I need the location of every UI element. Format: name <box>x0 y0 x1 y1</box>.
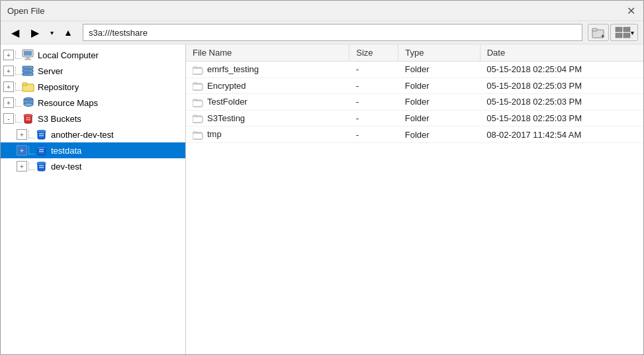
svg-rect-25 <box>26 119 30 121</box>
file-size-cell: - <box>349 127 398 143</box>
bucket-another-dev-test-icon <box>35 128 48 140</box>
svg-rect-46 <box>193 101 203 107</box>
view-toggle-button[interactable]: ▾ <box>610 24 638 41</box>
column-header-type[interactable]: Type <box>398 44 480 62</box>
file-type-cell: Folder <box>398 110 480 127</box>
folder-icon <box>193 130 203 140</box>
svg-rect-18 <box>23 83 27 85</box>
expander-local-computer[interactable]: + <box>3 50 14 60</box>
file-date-cell: 05-15-2018 02:25:03 PM <box>480 110 643 127</box>
sidebar-label-local-computer: Local Computer <box>38 50 99 60</box>
sidebar-item-repository[interactable]: + Repository <box>1 79 185 95</box>
repository-icon <box>22 81 35 93</box>
table-row[interactable]: tmp-Folder08-02-2017 11:42:54 AM <box>186 127 643 143</box>
table-row[interactable]: S3Testing-Folder05-15-2018 02:25:03 PM <box>186 110 643 127</box>
table-row[interactable]: Encrypted-Folder05-15-2018 02:25:03 PM <box>186 77 643 94</box>
svg-rect-23 <box>24 115 32 117</box>
expander-server[interactable]: + <box>3 66 14 76</box>
svg-rect-6 <box>623 33 630 38</box>
file-size-cell: - <box>349 110 398 127</box>
file-name-cell: emrfs_testing <box>186 62 349 78</box>
table-row[interactable]: TestFolder-Folder05-15-2018 02:25:03 PM <box>186 94 643 111</box>
computer-icon <box>22 49 35 61</box>
svg-rect-31 <box>37 146 46 148</box>
expander-repository[interactable]: + <box>3 81 14 92</box>
file-type-cell: Folder <box>398 77 480 94</box>
open-file-window: Open File ✕ ◀ ▶ ▾ ▲ s3a:///testshare + <box>0 0 644 355</box>
sidebar-label-server: Server <box>38 66 63 76</box>
svg-rect-37 <box>39 167 44 168</box>
view-dropdown-arrow: ▾ <box>631 29 634 36</box>
forward-button[interactable]: ▶ <box>26 24 44 41</box>
svg-rect-4 <box>623 27 630 32</box>
file-name-cell: tmp <box>186 127 349 143</box>
close-button[interactable]: ✕ <box>625 5 637 17</box>
up-button[interactable]: ▲ <box>59 24 77 41</box>
file-name: tmp <box>207 129 222 139</box>
svg-rect-49 <box>193 117 203 123</box>
svg-rect-27 <box>37 130 46 132</box>
file-name-cell: S3Testing <box>186 110 349 127</box>
title-bar: Open File ✕ <box>1 1 643 21</box>
expander-resource-maps[interactable]: + <box>3 97 14 108</box>
column-header-name[interactable]: File Name <box>186 44 349 62</box>
s3-buckets-icon <box>22 113 35 125</box>
address-text: s3a:///testshare <box>89 28 148 38</box>
back-button[interactable]: ◀ <box>6 24 24 41</box>
svg-rect-24 <box>26 117 30 119</box>
file-name: emrfs_testing <box>207 64 259 74</box>
toolbar: ◀ ▶ ▾ ▲ s3a:///testshare + <box>1 21 643 44</box>
sidebar-item-testdata[interactable]: + testdata <box>1 142 185 158</box>
svg-rect-5 <box>616 33 622 38</box>
expander-another-dev-test[interactable]: + <box>17 129 27 140</box>
sidebar-label-repository: Repository <box>38 82 79 92</box>
svg-rect-29 <box>39 135 44 136</box>
file-date-cell: 05-15-2018 02:25:03 PM <box>480 94 643 111</box>
sidebar-item-another-dev-test[interactable]: + another-dev-test <box>1 127 185 142</box>
expander-s3-buckets[interactable]: - <box>3 113 14 124</box>
file-name: TestFolder <box>207 97 248 107</box>
database-icon <box>22 97 35 109</box>
sidebar-item-dev-test[interactable]: + dev-test <box>1 158 185 174</box>
nav-dropdown-button[interactable]: ▾ <box>46 24 58 41</box>
sidebar: + Local Computer + <box>1 44 186 354</box>
address-bar[interactable]: s3a:///testshare <box>83 24 582 41</box>
file-size-cell: - <box>349 77 398 94</box>
svg-rect-8 <box>24 51 32 56</box>
folder-icon <box>193 81 203 91</box>
svg-rect-52 <box>193 133 203 139</box>
file-date-cell: 08-02-2017 11:42:54 AM <box>480 127 643 143</box>
svg-rect-32 <box>39 149 44 150</box>
sidebar-item-local-computer[interactable]: + Local Computer <box>1 47 185 63</box>
file-type-cell: Folder <box>398 127 480 143</box>
file-date-cell: 05-15-2018 02:25:03 PM <box>480 77 643 94</box>
svg-rect-28 <box>39 133 44 134</box>
expander-dev-test[interactable]: + <box>17 161 27 172</box>
svg-rect-35 <box>37 162 46 164</box>
svg-rect-10 <box>24 59 31 60</box>
new-folder-button[interactable]: + <box>588 24 609 41</box>
sidebar-item-s3-buckets[interactable]: - S3 Buckets <box>1 111 185 127</box>
file-name: S3Testing <box>207 113 245 123</box>
sidebar-label-s3-buckets: S3 Buckets <box>38 114 81 124</box>
table-row[interactable]: emrfs_testing-Folder05-15-2018 02:25:04 … <box>186 62 643 78</box>
svg-text:+: + <box>601 33 604 38</box>
window-title: Open File <box>7 6 44 16</box>
file-size-cell: - <box>349 94 398 111</box>
column-header-date[interactable]: Date <box>480 44 643 62</box>
new-folder-icon: + <box>592 26 605 38</box>
column-header-size[interactable]: Size <box>349 44 398 62</box>
toolbar-right-actions: + ▾ <box>588 24 638 41</box>
expander-testdata[interactable]: + <box>17 145 27 156</box>
main-content: + Local Computer + <box>1 44 643 354</box>
sidebar-item-server[interactable]: + Server <box>1 63 185 79</box>
file-date-cell: 05-15-2018 02:25:04 PM <box>480 62 643 78</box>
folder-icon <box>193 66 203 75</box>
svg-rect-36 <box>39 165 44 166</box>
view-icon <box>615 26 631 38</box>
sidebar-label-resource-maps: Resource Maps <box>38 98 98 108</box>
svg-rect-9 <box>26 57 29 59</box>
svg-point-16 <box>30 74 32 75</box>
sidebar-item-resource-maps[interactable]: + Resource Maps <box>1 95 185 111</box>
svg-rect-3 <box>616 27 622 32</box>
